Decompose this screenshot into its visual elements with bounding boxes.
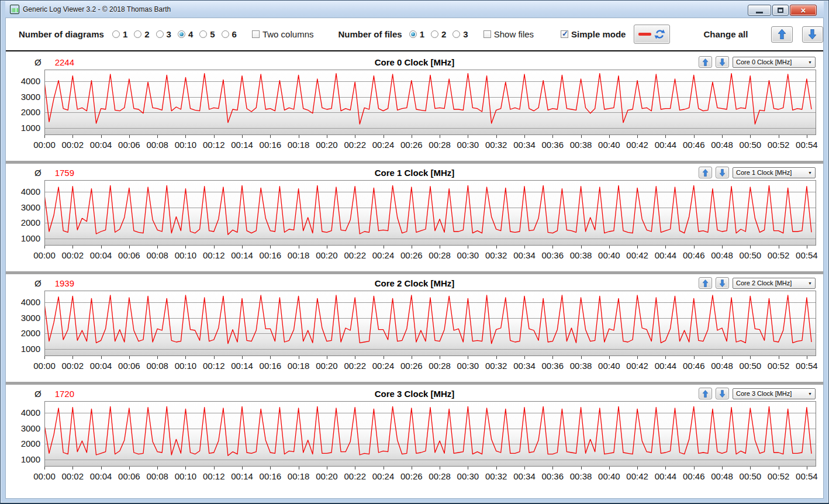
radio-icon[interactable] — [222, 30, 229, 38]
panel-header: Ø 1720 Core 3 Clock [MHz] Core 3 Clock [… — [6, 385, 823, 401]
radio-icon[interactable] — [112, 30, 120, 38]
close-button[interactable]: × — [790, 5, 817, 16]
chart-plot[interactable] — [44, 70, 816, 139]
move-down-button[interactable] — [716, 56, 729, 68]
checkbox-icon[interactable] — [252, 30, 260, 38]
x-tick-label: 00:38 — [570, 471, 592, 481]
diagrams-radio-6[interactable]: 6 — [222, 29, 237, 39]
close-icon: × — [801, 6, 806, 15]
signal-select[interactable]: Core 2 Clock [MHz] ▼ — [733, 278, 816, 289]
move-up-button[interactable] — [699, 277, 712, 289]
x-tick-label: 00:32 — [485, 140, 507, 150]
chart-title: Core 3 Clock [MHz] — [139, 389, 690, 399]
checkbox-checked-icon[interactable] — [561, 30, 568, 38]
x-tick-label: 00:54 — [796, 250, 818, 260]
change-all-up-button[interactable] — [771, 26, 792, 43]
y-tick-label: 3000 — [21, 313, 40, 323]
toolbar: Number of diagrams 1 2 3 4 5 6 Two colum… — [6, 18, 823, 51]
diagrams-radio-5[interactable]: 5 — [199, 29, 215, 39]
dropdown-arrow-icon: ▼ — [808, 281, 812, 285]
diagrams-radio-3[interactable]: 3 — [156, 29, 171, 39]
two-columns-checkbox[interactable]: Two columns — [252, 29, 314, 39]
x-tick-label: 00:52 — [768, 140, 790, 150]
x-tick-label: 00:54 — [796, 140, 818, 150]
refresh-icon — [654, 29, 665, 40]
maximize-icon — [778, 8, 783, 13]
x-tick-label: 00:48 — [711, 250, 733, 260]
checkbox-icon[interactable] — [483, 30, 491, 38]
plot-container — [44, 180, 816, 249]
radio-icon[interactable] — [199, 30, 207, 38]
x-tick-label: 00:18 — [288, 361, 310, 371]
x-tick-label: 00:46 — [683, 140, 705, 150]
x-tick-label: 00:50 — [740, 471, 762, 481]
title-bar[interactable]: Generic Log Viewer 3.2 - © 2018 Thomas B… — [5, 1, 824, 18]
y-tick-label: 1000 — [21, 454, 40, 464]
signal-select[interactable]: Core 3 Clock [MHz] ▼ — [733, 388, 816, 399]
move-up-button[interactable] — [699, 167, 712, 178]
radio-label: 3 — [463, 29, 468, 39]
diagrams-radio-1[interactable]: 1 — [112, 29, 127, 39]
x-tick-label: 00:00 — [33, 250, 56, 260]
radio-selected-icon[interactable] — [409, 30, 417, 38]
y-tick-label: 1000 — [21, 344, 40, 354]
x-tick-label: 00:12 — [203, 250, 225, 260]
change-all-down-button[interactable] — [802, 26, 823, 43]
move-down-button[interactable] — [716, 388, 729, 399]
signal-select[interactable]: Core 1 Clock [MHz] ▼ — [733, 167, 816, 178]
radio-label: 1 — [420, 29, 424, 39]
refresh-button[interactable] — [634, 25, 669, 44]
chart-area: 4000300020001000 — [6, 180, 823, 249]
files-radio-3[interactable]: 3 — [453, 29, 468, 39]
radio-icon[interactable] — [431, 30, 438, 38]
x-tick-label: 00:42 — [626, 361, 648, 371]
files-radio-2[interactable]: 2 — [431, 29, 446, 39]
x-tick-label: 00:02 — [62, 140, 84, 150]
y-tick-label: 4000 — [21, 297, 40, 307]
x-tick-label: 00:46 — [683, 361, 705, 371]
chart-plot[interactable] — [44, 180, 816, 249]
radio-icon[interactable] — [134, 30, 141, 38]
simple-mode-checkbox[interactable]: Simple mode — [561, 29, 626, 39]
x-tick-label: 00:44 — [655, 471, 677, 481]
signal-select-value: Core 3 Clock [MHz] — [736, 390, 792, 397]
move-up-button[interactable] — [699, 56, 712, 68]
chart-area: 4000300020001000 — [6, 70, 823, 139]
x-tick-label: 00:52 — [768, 471, 790, 481]
x-tick-label: 00:12 — [203, 140, 225, 150]
chart-title: Core 0 Clock [MHz] — [139, 57, 690, 67]
radio-icon[interactable] — [453, 30, 460, 38]
x-tick-label: 00:00 — [33, 361, 56, 371]
maximize-button[interactable] — [772, 5, 789, 16]
diagrams-radio-2[interactable]: 2 — [134, 29, 149, 39]
files-radio-1[interactable]: 1 — [409, 29, 424, 39]
average-value: 1759 — [55, 168, 74, 178]
app-window: Generic Log Viewer 3.2 - © 2018 Thomas B… — [0, 0, 829, 504]
x-tick-label: 00:26 — [400, 250, 423, 260]
diagrams-radio-4[interactable]: 4 — [178, 29, 193, 39]
radio-selected-icon[interactable] — [178, 30, 185, 38]
panel-header: Ø 2244 Core 0 Clock [MHz] Core 0 Clock [… — [6, 53, 823, 69]
x-tick-label: 00:30 — [457, 140, 479, 150]
x-tick-label: 00:44 — [655, 140, 677, 150]
chart-plot[interactable] — [44, 291, 816, 360]
show-files-checkbox[interactable]: Show files — [483, 29, 534, 39]
x-tick-label: 00:00 — [33, 140, 56, 150]
move-down-button[interactable] — [716, 167, 729, 178]
y-tick-label: 2000 — [21, 107, 40, 117]
radio-icon[interactable] — [156, 30, 164, 38]
x-tick-label: 00:32 — [485, 250, 507, 260]
signal-select[interactable]: Core 0 Clock [MHz] ▼ — [733, 57, 816, 68]
minimize-button[interactable] — [748, 5, 771, 16]
x-tick-label: 00:08 — [146, 361, 168, 371]
x-tick-label: 00:38 — [570, 361, 592, 371]
y-tick-label: 4000 — [21, 187, 40, 196]
x-tick-label: 00:40 — [598, 471, 620, 481]
move-up-button[interactable] — [699, 388, 712, 399]
y-tick-label: 4000 — [21, 408, 40, 417]
move-down-button[interactable] — [716, 277, 729, 289]
x-tick-label: 00:34 — [513, 361, 536, 371]
chart-area: 4000300020001000 — [6, 401, 823, 470]
chart-plot[interactable] — [44, 401, 816, 470]
signal-select-value: Core 2 Clock [MHz] — [736, 279, 792, 286]
